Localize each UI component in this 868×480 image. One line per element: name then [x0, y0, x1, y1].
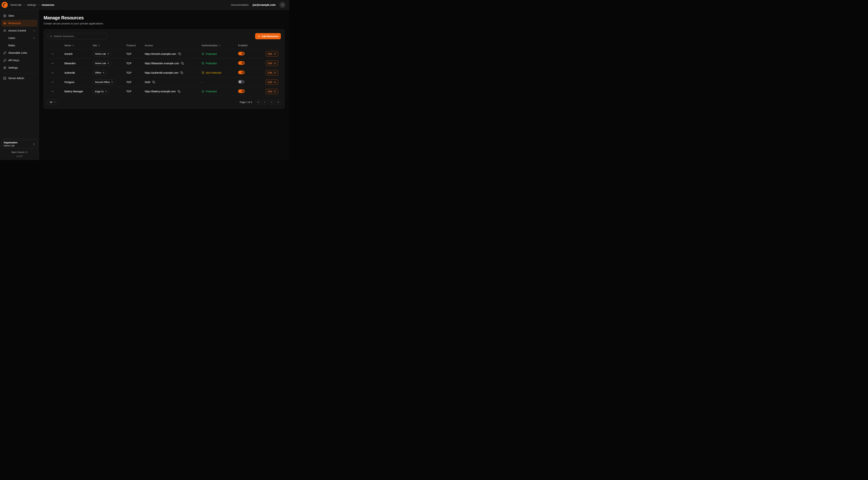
topbar: home-lab settings resources Documentatio… — [0, 0, 289, 10]
site-link-button[interactable]: Home Lab — [93, 51, 112, 57]
app-version: v1.3.0 — [1, 155, 37, 157]
page-size-select[interactable]: 20 — [48, 99, 58, 105]
enabled-toggle[interactable] — [238, 52, 245, 55]
first-page-button[interactable] — [255, 99, 261, 105]
row-menu-button[interactable] — [50, 70, 55, 75]
edit-button[interactable]: Edit — [266, 60, 278, 66]
auth-status: Not Protected — [202, 71, 238, 74]
site-link-button[interactable]: Second Office — [93, 80, 115, 85]
breadcrumb: home-lab settings resources — [10, 3, 54, 6]
sort-icon[interactable] — [98, 44, 100, 47]
search-input[interactable] — [54, 35, 105, 38]
row-menu-button[interactable] — [50, 52, 55, 56]
enabled-toggle[interactable] — [238, 80, 245, 84]
resource-name: Immich — [64, 53, 93, 55]
arrow-up-right-icon — [111, 81, 113, 83]
auth-status: Protected — [202, 62, 238, 65]
avatar[interactable]: J — [280, 2, 285, 8]
sidebar-item-settings[interactable]: Settings — [1, 64, 37, 71]
table-row: Authentik Office TCP https://authent — [48, 68, 281, 77]
row-menu-button[interactable] — [50, 80, 55, 84]
chevrons-up-down-icon — [33, 143, 35, 146]
sidebar-item-label: Settings — [8, 66, 18, 69]
column-header-access: Access — [145, 44, 153, 47]
organization-selector[interactable]: Organization Home Lab — [1, 140, 37, 148]
external-link-icon — [26, 151, 28, 153]
copy-icon[interactable] — [181, 62, 184, 65]
sidebar-item-label: API Keys — [8, 59, 19, 62]
sidebar-item-server-admin[interactable]: Server Admin — [1, 75, 37, 82]
shield-check-icon — [202, 62, 204, 65]
last-page-button[interactable] — [276, 99, 281, 105]
link-icon — [3, 51, 6, 55]
chevron-right-icon — [33, 37, 35, 39]
row-menu-button[interactable] — [50, 89, 55, 94]
key-icon — [3, 59, 6, 62]
site-link-button[interactable]: Home Lab — [93, 61, 112, 66]
user-email[interactable]: joe@example.com — [253, 3, 276, 6]
copy-icon[interactable] — [152, 80, 155, 84]
table-header: Name Site Protocol Access Auth — [48, 44, 281, 49]
sidebar-item-access-control[interactable]: Access Control — [1, 27, 37, 34]
sidebar-item-sites[interactable]: Sites — [1, 12, 37, 19]
chevron-down-icon — [54, 101, 56, 103]
copy-icon[interactable] — [180, 71, 184, 74]
copy-icon[interactable] — [178, 52, 181, 56]
protocol-value: TCP — [126, 71, 145, 74]
sort-icon[interactable] — [219, 44, 221, 47]
server-icon — [3, 77, 6, 80]
access-value: https://immich.example.com — [145, 53, 176, 55]
edit-button[interactable]: Edit — [266, 51, 278, 57]
arrow-right-icon — [273, 62, 276, 65]
add-resource-button[interactable]: Add Resource — [255, 33, 281, 39]
page-title: Manage Resources — [43, 15, 285, 21]
enabled-toggle[interactable] — [238, 61, 245, 65]
sidebar-item-shareable-links[interactable]: Shareable Links — [1, 50, 37, 56]
arrow-up-right-icon — [107, 62, 109, 64]
breadcrumb-resources[interactable]: resources — [42, 3, 54, 6]
access-value: https://authentik.example.com — [145, 71, 178, 74]
arrow-up-right-icon — [107, 53, 109, 55]
copy-icon[interactable] — [177, 90, 181, 93]
site-link-button[interactable]: Edge 01 — [93, 89, 109, 94]
shield-off-icon — [202, 71, 204, 74]
edit-button[interactable]: Edit — [266, 79, 278, 85]
protocol-value: TCP — [126, 81, 145, 84]
auth-status: Protected — [202, 90, 238, 93]
previous-page-button[interactable] — [262, 99, 268, 105]
open-source-link[interactable]: Open Source — [1, 151, 37, 153]
documentation-link[interactable]: Documentation — [231, 3, 249, 6]
breadcrumb-settings[interactable]: settings — [27, 3, 36, 6]
plus-icon — [258, 35, 260, 38]
access-value: https://battery.example.com — [145, 90, 176, 93]
edit-button[interactable]: Edit — [266, 89, 278, 94]
resource-name: Battery Manager — [64, 90, 93, 93]
resource-name: Postgres — [64, 81, 93, 84]
waypoints-icon — [3, 22, 6, 25]
chevron-right-icon — [38, 4, 40, 6]
sidebar-item-api-keys[interactable]: API Keys — [1, 57, 37, 64]
resources-card: Add Resource Name Site — [43, 29, 285, 109]
breadcrumb-home-lab[interactable]: home-lab — [10, 3, 21, 6]
sidebar-item-users[interactable]: Users — [1, 35, 37, 41]
app-logo-icon[interactable] — [1, 2, 8, 8]
search-input-wrap — [48, 33, 107, 39]
protocol-value: TCP — [126, 90, 145, 93]
enabled-toggle[interactable] — [238, 89, 245, 93]
enabled-toggle[interactable] — [238, 70, 245, 74]
arrow-right-icon — [273, 81, 276, 84]
edit-button[interactable]: Edit — [266, 70, 278, 76]
site-link-button[interactable]: Office — [93, 70, 107, 75]
grid-icon — [3, 14, 6, 18]
sidebar-item-roles[interactable]: Roles — [1, 42, 37, 49]
sort-icon[interactable] — [72, 44, 74, 47]
row-menu-button[interactable] — [50, 61, 55, 65]
table-row: Bitwarden Home Lab TCP https://bitwa — [48, 58, 281, 68]
sidebar-item-resources[interactable]: Resources — [1, 20, 37, 27]
gear-icon — [3, 66, 6, 69]
table-row: Immich Home Lab TCP https://immich.e — [48, 49, 281, 58]
sidebar-divider — [2, 138, 37, 139]
next-page-button[interactable] — [269, 99, 274, 105]
arrow-up-right-icon — [105, 90, 107, 92]
resource-name: Authentik — [64, 71, 93, 74]
